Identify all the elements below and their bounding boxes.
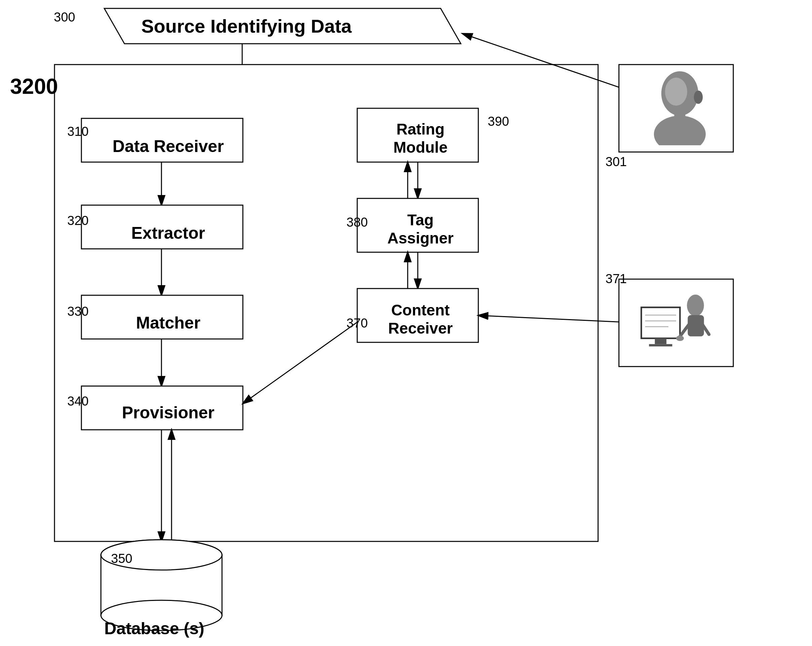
svg-line-23	[462, 34, 639, 94]
svg-line-24	[478, 315, 639, 323]
ref-320: 320	[67, 213, 89, 228]
ref-330: 330	[67, 304, 89, 319]
provisioner-label: Provisioner	[94, 394, 242, 431]
data-receiver-label: Data Receiver	[94, 128, 242, 165]
svg-rect-39	[649, 344, 672, 346]
svg-point-47	[676, 335, 684, 341]
svg-point-36	[665, 78, 687, 106]
matcher-label: Matcher	[94, 304, 242, 341]
source-data-title: Source Identifying Data	[141, 15, 351, 37]
svg-rect-37	[641, 307, 680, 338]
database-label: Database (s)	[104, 619, 204, 638]
ref-300: 300	[54, 10, 75, 24]
ref-301: 301	[606, 155, 627, 169]
ref-310: 310	[67, 125, 89, 139]
ref-390: 390	[488, 114, 509, 129]
svg-point-43	[687, 295, 704, 316]
svg-rect-34	[675, 112, 685, 123]
rating-module-label: Rating Module	[363, 114, 478, 162]
svg-point-35	[694, 90, 703, 104]
svg-line-22	[243, 322, 357, 404]
tag-assigner-label: Tag Assigner	[363, 204, 478, 253]
ref-350: 350	[111, 552, 132, 566]
ref-3200: 3200	[10, 74, 58, 99]
svg-rect-38	[655, 338, 667, 344]
content-receiver-label: Content Receiver	[363, 295, 478, 343]
extractor-label: Extractor	[94, 215, 242, 251]
ref-340: 340	[67, 394, 89, 408]
